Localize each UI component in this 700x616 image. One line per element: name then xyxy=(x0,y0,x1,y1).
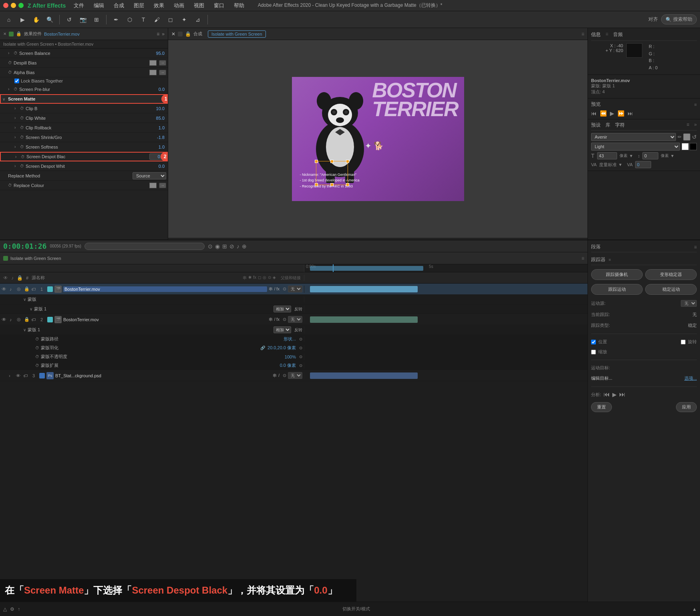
layer-1-parent-select[interactable]: 无 xyxy=(288,286,302,292)
solo-icon[interactable]: ⊙ xyxy=(208,243,213,250)
stopwatch-despill-icon[interactable]: ⏱ xyxy=(8,60,14,65)
layer-3-expand[interactable]: › xyxy=(9,373,14,378)
layer-1-fx-icon[interactable]: / fx xyxy=(274,287,280,291)
layer-2-lock-icon[interactable]: 🔒 xyxy=(24,317,30,322)
font-style-select[interactable]: Light Regular Bold xyxy=(591,143,680,151)
status-icon-3[interactable]: ↑ xyxy=(18,606,20,612)
font-select[interactable]: Avenir Helvetica xyxy=(591,133,676,141)
handle-tr[interactable] xyxy=(346,160,349,163)
mask-path-link[interactable]: ⊙ xyxy=(299,337,302,341)
layer-1-link-icon[interactable]: 串 xyxy=(269,286,273,292)
layer-1-audio-icon[interactable]: ♪ xyxy=(10,287,15,292)
stopwatch-despot-icon[interactable]: ⏱ xyxy=(21,155,26,159)
analyze-play-icon[interactable]: ▶ xyxy=(612,391,617,398)
pen-tool-icon[interactable]: ✒ xyxy=(111,14,122,25)
refresh-icon[interactable]: ↺ xyxy=(692,134,697,140)
lock-biases-checkbox[interactable] xyxy=(14,79,19,83)
expand-arrow[interactable]: › xyxy=(14,106,20,111)
effects-menu-icon[interactable]: ≡ xyxy=(157,31,159,37)
expansion-link[interactable]: ⊙ xyxy=(299,363,302,368)
tab-info[interactable]: 信息 xyxy=(591,31,601,39)
timeline-timecode[interactable]: 0:00:01:26 xyxy=(3,242,46,250)
prop-screen-balance-value[interactable]: 95.0 xyxy=(150,51,166,56)
status-right-icon[interactable]: ▲ xyxy=(692,606,697,612)
opacity-link[interactable]: ⊙ xyxy=(299,354,302,359)
type-menu-icon[interactable]: ≡ xyxy=(686,122,689,129)
replace-colour-row[interactable]: ⏱ Replace Colour → xyxy=(0,181,168,190)
l2-mask-reverse[interactable]: 反转 xyxy=(294,327,302,333)
layer-row-3[interactable]: › 👁 🏷 3 Ps BT_Stat...ckground.psd 串 / ⊙ … xyxy=(0,370,587,381)
handle-br[interactable] xyxy=(346,183,349,186)
menu-effects[interactable]: 效果 xyxy=(152,1,166,10)
rotate-icon[interactable]: ↺ xyxy=(64,14,75,25)
screen-despot-black-row[interactable]: › ⏱ Screen Despot Blac 0.0 2 xyxy=(0,152,168,161)
menu-layer[interactable]: 图层 xyxy=(132,1,146,10)
puppet-icon[interactable]: ✦ xyxy=(179,14,190,25)
timeline-segment[interactable] xyxy=(310,266,423,271)
handle-bl[interactable] xyxy=(315,183,318,186)
menu-animation[interactable]: 动画 xyxy=(172,1,186,10)
motion-source-select[interactable]: 无 xyxy=(681,300,697,307)
layer-3-label[interactable]: 🏷 xyxy=(23,373,28,378)
layer-3-parent-select[interactable]: 无 xyxy=(288,372,302,379)
camera-icon[interactable]: 📷 xyxy=(77,14,89,25)
expand-l2m1-icon[interactable]: ∨ xyxy=(23,328,26,332)
effects-close-icon[interactable]: ✕ xyxy=(3,32,6,36)
tracker-menu-icon[interactable]: ≡ xyxy=(609,258,611,262)
transform-handles[interactable] xyxy=(316,161,348,185)
mask-1-blend-select[interactable]: 相加 xyxy=(274,306,291,312)
handle-t[interactable] xyxy=(330,160,334,163)
tl-panel-menu[interactable]: ≡ xyxy=(581,256,584,261)
comp-name-button[interactable]: Isolate with Green Screen xyxy=(208,30,266,38)
screen-pre-blur-row[interactable]: › ⏱ Screen Pre-blur 0.0 xyxy=(0,85,168,94)
font-size-dropdown[interactable]: ▾ xyxy=(630,153,632,159)
layer-2-parent-select[interactable]: 无 xyxy=(288,316,302,323)
menu-composition[interactable]: 合成 xyxy=(112,1,126,10)
despill-color-swatch[interactable] xyxy=(149,60,157,66)
preview-next-icon[interactable]: ⏩ xyxy=(618,110,624,117)
warp-stabilizer-btn[interactable]: 变形稳定器 xyxy=(645,269,697,280)
paint-icon[interactable]: 🖌 xyxy=(151,14,163,25)
layer-1-name[interactable]: BostonTerrier.mov xyxy=(63,286,267,292)
lock-icon[interactable]: 🔒 xyxy=(16,31,22,36)
maximize-button[interactable] xyxy=(18,3,24,8)
expand-arrow-matte[interactable]: ∨ xyxy=(2,97,8,101)
prop-screen-despot-white-value[interactable]: 0.0 xyxy=(150,164,166,169)
layer-2-name[interactable]: BostonTerrier.mov xyxy=(63,317,267,322)
expand-mask-icon[interactable]: ∨ xyxy=(23,297,26,302)
eye-col-icon[interactable]: 👁 xyxy=(3,275,8,281)
menu-help[interactable]: 帮助 xyxy=(232,1,246,10)
menu-edit[interactable]: 编辑 xyxy=(92,1,106,10)
prop-clip-white-value[interactable]: 85.0 xyxy=(150,116,166,121)
comp-menu-icon[interactable]: ≡ xyxy=(581,31,584,37)
hand-icon[interactable]: ✋ xyxy=(30,14,42,25)
swatch-black[interactable] xyxy=(690,143,697,150)
expand-arrow[interactable]: › xyxy=(14,164,20,168)
search-help[interactable]: 🔍 搜索帮助 xyxy=(661,14,697,24)
layer-3-link-icon[interactable]: 串 xyxy=(273,373,277,378)
tracking-input[interactable] xyxy=(635,161,651,168)
layer-1-solo-icon[interactable]: ◎ xyxy=(17,286,22,292)
despill-btn-icon[interactable]: → xyxy=(159,60,166,66)
analyze-fwd-icon[interactable]: ⏭ xyxy=(619,391,626,398)
minimize-button[interactable] xyxy=(11,3,16,8)
screen-softness-row[interactable]: › ⏱ Screen Softness 1.0 xyxy=(0,142,168,152)
layer-2-timeline[interactable] xyxy=(304,314,587,325)
expand-arrow[interactable]: › xyxy=(14,145,20,149)
lock-biases-row[interactable]: Lock Biases Together xyxy=(0,77,168,85)
layer-1-vis-icon[interactable]: 👁 xyxy=(2,286,8,292)
despill-bias-row[interactable]: ⏱ Despill Bias → xyxy=(0,58,168,68)
tab-character[interactable]: 字符 xyxy=(615,122,625,129)
replace-method-row[interactable]: Replace Method Source Hard Color Soft Co… xyxy=(0,171,168,181)
stopwatch-colour-icon[interactable]: ⏱ xyxy=(8,183,14,187)
preview-prev-icon[interactable]: ⏪ xyxy=(600,110,607,117)
stopwatch-opacity[interactable]: ⏱ xyxy=(35,354,39,359)
layer-2-audio-icon[interactable]: ♪ xyxy=(10,317,15,322)
expand-arrow[interactable]: › xyxy=(15,155,21,159)
status-icon-2[interactable]: ⚙ xyxy=(10,606,14,612)
color-picker-icon[interactable] xyxy=(683,133,690,141)
layer-2-label-icon[interactable]: 🏷 xyxy=(31,317,36,322)
clip-white-row[interactable]: › ⏱ Clip White 85.0 xyxy=(0,113,168,123)
link-icon[interactable]: 🔗 xyxy=(260,346,265,350)
preview-menu-icon[interactable]: ≡ xyxy=(694,102,697,107)
